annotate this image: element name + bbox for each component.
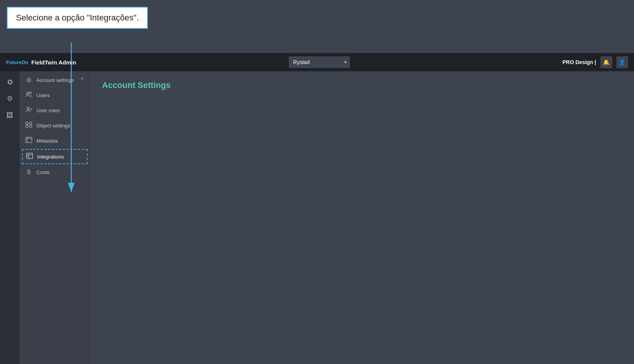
rail-icon-image[interactable]: 🖼 xyxy=(2,108,17,123)
sidebar-item-label: Account settings xyxy=(36,77,74,83)
pro-design-label: PRO Design | xyxy=(562,59,596,65)
icon-rail: ⊙ ⚙ 🖼 xyxy=(0,71,20,364)
integrations-icon xyxy=(26,153,33,160)
svg-rect-8 xyxy=(30,125,32,127)
header-center: Rystad xyxy=(289,56,350,68)
header-right: PRO Design | 🔔 👤 xyxy=(562,56,628,68)
brand-name: FieldTwin Admin xyxy=(31,59,76,66)
svg-rect-12 xyxy=(27,153,33,158)
rail-icon-settings[interactable]: ⚙ xyxy=(2,91,17,106)
svg-point-4 xyxy=(27,107,29,110)
header: FutureOn FieldTwin Admin Rystad PRO Desi… xyxy=(0,53,634,71)
users-icon xyxy=(25,91,33,99)
brand-logo: FutureOn xyxy=(6,60,28,65)
annotation-callout: Selecione a opção "Integrações". xyxy=(7,7,148,29)
bell-icon: 🔔 xyxy=(603,59,609,65)
sidebar-item-label: Users xyxy=(36,93,50,98)
account-select-wrapper[interactable]: Rystad xyxy=(289,56,350,68)
sidebar-item-label: Costs xyxy=(36,169,50,175)
svg-point-2 xyxy=(27,92,29,94)
annotation-arrow xyxy=(71,42,94,206)
metadata-icon xyxy=(25,137,33,144)
svg-rect-6 xyxy=(30,122,32,124)
sidebar-item-label: Integrations xyxy=(37,154,64,160)
costs-icon: $ xyxy=(25,169,33,176)
user-button[interactable]: 👤 xyxy=(617,56,628,68)
rail-icon-clock[interactable]: ⊙ xyxy=(2,74,17,89)
user-roles-icon xyxy=(25,107,33,114)
account-select[interactable]: Rystad xyxy=(289,56,350,68)
sidebar-item-label: Metadata xyxy=(36,138,58,144)
content-area: Account Settings xyxy=(90,71,634,364)
brand: FutureOn FieldTwin Admin xyxy=(6,59,76,66)
svg-rect-5 xyxy=(26,122,28,124)
object-settings-icon xyxy=(25,122,33,129)
user-icon: 👤 xyxy=(619,59,625,65)
svg-rect-7 xyxy=(26,125,28,127)
page-title: Account Settings xyxy=(102,80,622,90)
bell-button[interactable]: 🔔 xyxy=(601,56,612,68)
sidebar-item-label: User roles xyxy=(36,108,60,113)
sidebar-item-label: Object settings xyxy=(36,123,70,129)
svg-rect-9 xyxy=(26,137,32,143)
main-layout: ⊙ ⚙ 🖼 « ⚙ Account settings Users xyxy=(0,71,634,364)
svg-point-3 xyxy=(30,92,31,94)
account-settings-icon: ⚙ xyxy=(25,77,33,84)
